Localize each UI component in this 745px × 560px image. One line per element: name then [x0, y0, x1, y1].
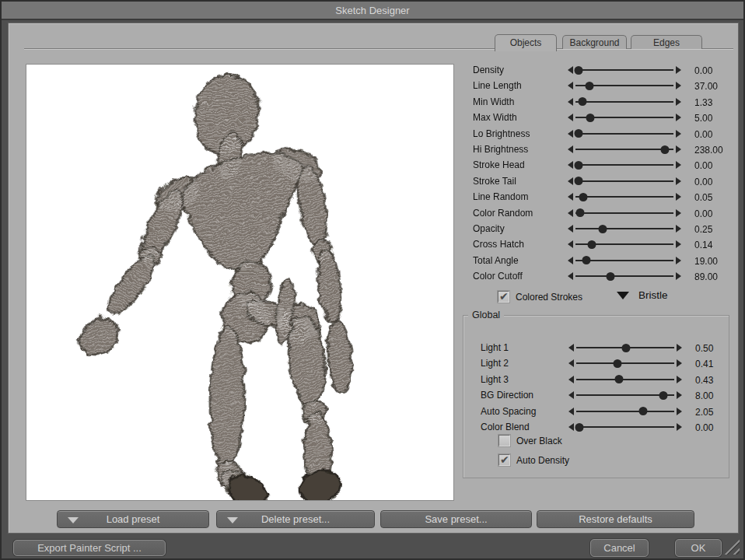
slider-knob[interactable] [613, 359, 621, 368]
slider-stroke-tail[interactable] [568, 173, 681, 189]
slider-hi-brightness[interactable] [568, 142, 681, 157]
slider-track[interactable] [576, 394, 674, 396]
slider-track[interactable] [576, 411, 674, 412]
slider-right-arrow-icon[interactable] [676, 209, 681, 217]
slider-opacity[interactable] [568, 221, 681, 236]
slider-right-arrow-icon[interactable] [677, 423, 682, 431]
delete-preset-button[interactable]: Delete preset... [216, 510, 375, 528]
slider-right-arrow-icon[interactable] [676, 193, 681, 201]
slider-left-arrow-icon[interactable] [568, 225, 573, 233]
slider-right-arrow-icon[interactable] [677, 408, 682, 415]
slider-light-2[interactable] [568, 355, 682, 371]
colored-strokes-checkbox[interactable]: ✔ [498, 291, 509, 303]
slider-left-arrow-icon[interactable] [568, 82, 573, 89]
slider-right-arrow-icon[interactable] [677, 359, 682, 367]
slider-right-arrow-icon[interactable] [677, 344, 682, 352]
export-painter-script-button[interactable]: Export Painter Script ... [13, 540, 166, 556]
slider-right-arrow-icon[interactable] [676, 225, 681, 233]
slider-right-arrow-icon[interactable] [676, 177, 681, 185]
slider-right-arrow-icon[interactable] [677, 391, 682, 399]
cancel-button[interactable]: Cancel [590, 539, 649, 557]
save-preset-button[interactable]: Save preset... [380, 510, 532, 528]
slider-stroke-head[interactable] [568, 157, 681, 173]
slider-knob[interactable] [622, 344, 631, 352]
slider-knob[interactable] [578, 97, 586, 106]
slider-knob[interactable] [574, 161, 582, 170]
slider-left-arrow-icon[interactable] [568, 130, 573, 138]
slider-track[interactable] [575, 228, 673, 229]
slider-right-arrow-icon[interactable] [676, 82, 681, 89]
slider-max-width[interactable] [568, 110, 681, 125]
slider-left-arrow-icon[interactable] [568, 177, 573, 185]
tab-edges[interactable]: Edges [631, 35, 702, 49]
slider-knob[interactable] [576, 208, 585, 217]
slider-knob[interactable] [574, 129, 582, 138]
slider-light-3[interactable] [568, 372, 682, 387]
slider-knob[interactable] [579, 193, 588, 201]
slider-line-random[interactable] [568, 189, 681, 205]
slider-left-arrow-icon[interactable] [568, 145, 573, 153]
slider-knob[interactable] [615, 375, 624, 383]
slider-total-angle[interactable] [568, 253, 681, 268]
slider-track[interactable] [575, 243, 673, 245]
load-preset-button[interactable]: Load preset [57, 510, 209, 528]
slider-knob[interactable] [582, 256, 590, 264]
slider-knob[interactable] [660, 145, 669, 154]
slider-track[interactable] [575, 180, 673, 182]
slider-left-arrow-icon[interactable] [568, 257, 573, 264]
slider-track[interactable] [575, 260, 673, 261]
slider-track[interactable] [575, 149, 673, 150]
slider-left-arrow-icon[interactable] [568, 359, 574, 367]
slider-left-arrow-icon[interactable] [568, 240, 573, 248]
brush-type-dropdown[interactable]: Bristle [617, 289, 668, 301]
slider-right-arrow-icon[interactable] [676, 240, 681, 248]
slider-right-arrow-icon[interactable] [676, 130, 681, 138]
auto-density-checkbox[interactable]: ✔ [498, 454, 510, 466]
slider-color-cutoff[interactable] [568, 268, 681, 284]
slider-left-arrow-icon[interactable] [568, 193, 573, 201]
slider-track[interactable] [576, 379, 674, 380]
over-black-checkbox[interactable]: ✔ [498, 435, 510, 446]
slider-left-arrow-icon[interactable] [568, 66, 573, 74]
slider-track[interactable] [575, 133, 673, 135]
slider-right-arrow-icon[interactable] [676, 257, 681, 264]
slider-bg-direction[interactable] [568, 387, 682, 403]
slider-track[interactable] [575, 101, 673, 103]
slider-knob[interactable] [588, 240, 596, 249]
slider-track[interactable] [576, 347, 674, 348]
slider-color-blend[interactable] [568, 419, 682, 435]
slider-knob[interactable] [585, 82, 593, 90]
slider-knob[interactable] [575, 423, 583, 432]
slider-knob[interactable] [638, 407, 647, 415]
slider-left-arrow-icon[interactable] [568, 391, 574, 399]
slider-left-arrow-icon[interactable] [568, 114, 573, 121]
slider-track[interactable] [575, 117, 673, 118]
slider-track[interactable] [575, 212, 673, 214]
slider-left-arrow-icon[interactable] [568, 344, 574, 352]
slider-left-arrow-icon[interactable] [568, 423, 574, 431]
slider-light-1[interactable] [568, 340, 682, 355]
slider-knob[interactable] [599, 225, 607, 233]
restore-defaults-button[interactable]: Restore defaults [537, 510, 694, 528]
slider-left-arrow-icon[interactable] [568, 376, 574, 383]
slider-track[interactable] [576, 426, 674, 428]
slider-right-arrow-icon[interactable] [676, 66, 681, 74]
slider-left-arrow-icon[interactable] [568, 408, 574, 415]
slider-density[interactable] [568, 62, 681, 78]
tab-objects[interactable]: Objects [495, 34, 557, 51]
slider-track[interactable] [575, 69, 673, 71]
slider-left-arrow-icon[interactable] [568, 272, 573, 280]
slider-track[interactable] [575, 196, 673, 198]
slider-right-arrow-icon[interactable] [676, 272, 681, 280]
slider-line-length[interactable] [568, 78, 681, 93]
slider-auto-spacing[interactable] [568, 404, 682, 419]
slider-track[interactable] [576, 362, 674, 364]
slider-lo-brightness[interactable] [568, 126, 681, 142]
slider-left-arrow-icon[interactable] [568, 209, 573, 217]
slider-knob[interactable] [574, 177, 582, 185]
slider-knob[interactable] [574, 66, 582, 75]
slider-right-arrow-icon[interactable] [676, 98, 681, 106]
slider-track[interactable] [575, 85, 673, 86]
slider-min-width[interactable] [568, 94, 681, 110]
slider-cross-hatch[interactable] [568, 236, 681, 252]
